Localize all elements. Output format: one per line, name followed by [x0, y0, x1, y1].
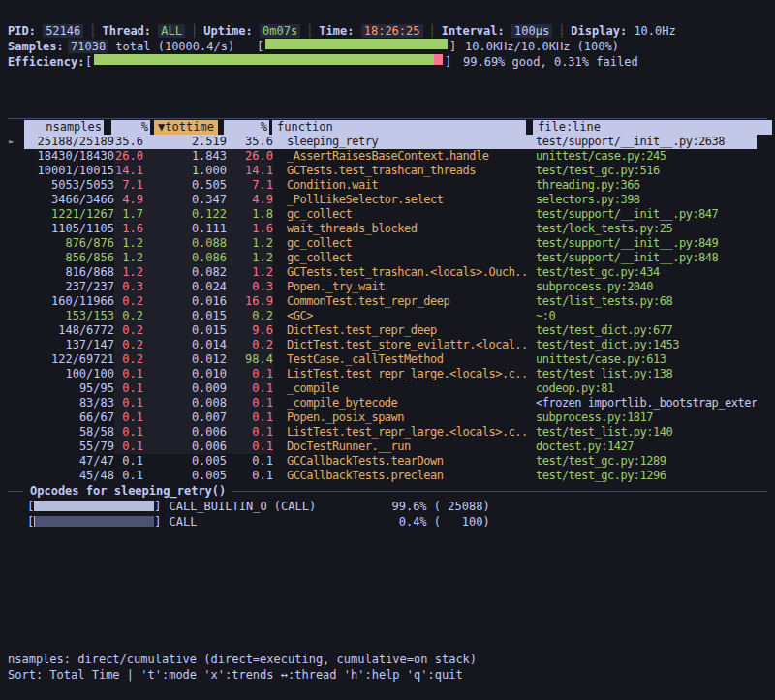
nsamples-cell: 95/95	[24, 381, 114, 396]
table-row[interactable]: 83/830.10.0080.1_compile_bytecode<frozen…	[24, 396, 757, 411]
table-row[interactable]: 148/67720.20.0159.6DictTest.test_repr_de…	[24, 323, 757, 338]
file-line-cell: test/test_gc.py:1296	[530, 469, 757, 483]
percent-cell: 7.1	[114, 178, 143, 193]
column-header-function[interactable]: function	[272, 120, 526, 135]
nsamples-cell: 45/48	[24, 469, 114, 483]
nsamples-cell: 856/856	[24, 251, 114, 265]
table-row[interactable]: 55/790.10.0060.1DocTestRunner.__rundocte…	[24, 440, 757, 454]
cumpercent-cell: 4.9	[229, 193, 273, 207]
nsamples-cell: 18430/18430	[24, 149, 114, 164]
nsamples-cell: 10001/10015	[24, 164, 114, 178]
table-row[interactable]: 58/580.10.0060.1ListTest.test_repr_large…	[24, 425, 757, 440]
table-row[interactable]: 1221/12671.70.1221.8gc_collecttest/suppo…	[24, 207, 757, 222]
table-row[interactable]: 856/8561.20.0861.2gc_collecttest/support…	[24, 251, 757, 265]
threads-line: Threads:36.3% on gil│63.7% off gil│0.0% …	[8, 70, 767, 85]
function-cell: _compile	[273, 381, 530, 396]
nsamples-cell: 5053/5053	[24, 178, 114, 193]
table-row[interactable]: 816/8681.20.0821.2GCTests.test_trashcan.…	[24, 265, 757, 280]
file-line-cell: test/test_gc.py:434	[530, 265, 757, 280]
nsamples-cell: 160/11966	[24, 294, 114, 309]
efficiency-bar-close: ]	[445, 54, 451, 70]
tottime-cell: 0.347	[143, 193, 229, 207]
table-row[interactable]: 160/119660.20.01616.9CommonTest.test_rep…	[24, 294, 757, 309]
function-cell: DictTest.test_store_evilattr.<local...	[273, 338, 530, 352]
opcode-bar-close: ]	[154, 500, 161, 513]
opcode-pct: 99.6% ( 25088)	[391, 500, 489, 513]
file-line-cell: test/test_gc.py:516	[530, 164, 757, 178]
table-row[interactable]: 66/670.10.0070.1Popen._posix_spawnsubpro…	[24, 411, 757, 425]
percent-cell: 0.1	[114, 381, 143, 396]
tottime-cell: 0.005	[143, 469, 229, 483]
function-cell: _AssertRaisesBaseContext.handle	[273, 149, 530, 164]
percent-cell: 1.2	[114, 236, 143, 251]
nsamples-cell: 100/100	[24, 367, 114, 381]
cumpercent-cell: 1.2	[229, 251, 273, 265]
table-row[interactable]: 10001/1001514.11.00014.1GCTests.test_tra…	[24, 164, 757, 178]
tottime-cell: 0.015	[143, 323, 229, 338]
percent-cell: 1.2	[114, 251, 143, 265]
cumpercent-cell: 0.2	[229, 338, 273, 352]
efficiency-line: Efficiency: [ ] 99.69% good, 0.31% faile…	[8, 54, 767, 70]
opcode-bar-open: [	[27, 500, 34, 513]
nsamples-cell: 3466/3466	[24, 193, 114, 207]
column-header-fileline[interactable]: file:line	[533, 120, 772, 135]
nsamples-cell: 55/79	[24, 440, 114, 454]
function-cell: Popen._try_wait	[273, 280, 530, 294]
tottime-cell: 0.008	[143, 396, 229, 411]
column-header-tottime[interactable]: ▼tottime	[154, 120, 218, 135]
column-header-[interactable]: %	[224, 120, 269, 135]
table-row[interactable]: 153/1530.20.0150.2<GC>~:0	[24, 309, 757, 323]
opcodes-rule-left	[8, 491, 23, 492]
selected-row-pointer-icon: ►	[9, 135, 14, 149]
table-row[interactable]: 25188/2518935.62.51935.6sleeping_retryte…	[24, 135, 757, 149]
table-row[interactable]: 122/697210.20.01298.4TestCase._callTestM…	[24, 352, 757, 367]
table-row[interactable]: 45/480.10.0050.1GCCallbackTests.preclean…	[24, 469, 757, 483]
table-row[interactable]: 1105/11051.60.1111.6wait_threads_blocked…	[24, 222, 757, 236]
percent-cell: 0.1	[114, 411, 143, 425]
function-cell: GCTests.test_trashcan.<locals>.Ouch...	[273, 265, 530, 280]
file-line-cell: test/lock_tests.py:25	[530, 222, 757, 236]
table-row[interactable]: 18430/1843026.01.84326.0_AssertRaisesBas…	[24, 149, 757, 164]
percent-cell: 0.1	[114, 367, 143, 381]
table-row[interactable]: 5053/50537.10.5057.1Condition.waitthread…	[24, 178, 757, 193]
cumpercent-cell: 0.1	[229, 454, 273, 469]
status-value: 100µs	[512, 24, 552, 38]
table-row[interactable]: 876/8761.20.0881.2gc_collecttest/support…	[24, 236, 757, 251]
footer-keybinds: Sort: Total Time | 't':mode 'x':trends ↔…	[8, 667, 767, 683]
opcodes-title: Opcodes for sleeping_retry()	[23, 484, 232, 499]
table-row[interactable]: 137/1470.20.0140.2DictTest.test_store_ev…	[24, 338, 757, 352]
nsamples-cell: 237/237	[24, 280, 114, 294]
efficiency-bar	[94, 54, 443, 65]
cumpercent-cell: 9.6	[229, 323, 273, 338]
tottime-cell: 0.014	[143, 338, 229, 352]
column-header-[interactable]: %	[111, 120, 150, 135]
tottime-cell: 0.505	[143, 178, 229, 193]
percent-cell: 0.2	[114, 338, 143, 352]
table-row[interactable]: 237/2370.30.0240.3Popen._try_waitsubproc…	[24, 280, 757, 294]
nsamples-cell: 25188/25189	[24, 135, 114, 149]
status-label: Uptime:	[203, 24, 260, 38]
file-line-cell: test/test_list.py:140	[530, 425, 757, 440]
percent-cell: 0.2	[114, 352, 143, 367]
table-row[interactable]: 95/950.10.0090.1_compilecodeop.py:81	[24, 381, 757, 396]
percent-cell: 1.2	[114, 265, 143, 280]
nsamples-cell: 1221/1267	[24, 207, 114, 222]
samples-value: 71038 total (10000.4/s)	[68, 39, 234, 54]
table-row[interactable]: 47/470.10.0050.1GCCallbackTests.tearDown…	[24, 454, 757, 469]
footer-legend: nsamples: direct/cumulative (direct=exec…	[8, 652, 767, 667]
function-cell: DocTestRunner.__run	[273, 440, 530, 454]
opcodes-rule-right	[232, 491, 767, 492]
function-cell: DictTest.test_repr_deep	[273, 323, 530, 338]
file-line-cell: ~:0	[530, 309, 757, 323]
column-header-nsamples[interactable]: nsamples	[24, 120, 104, 135]
file-line-cell: subprocess.py:1817	[530, 411, 757, 425]
table-row[interactable]: 3466/34664.90.3474.9_PollLikeSelector.se…	[24, 193, 757, 207]
file-line-cell: doctest.py:1427	[530, 440, 757, 454]
percent-cell: 1.7	[114, 207, 143, 222]
function-cell: TestCase._callTestMethod	[273, 352, 530, 367]
table-row[interactable]: 100/1000.10.0100.1ListTest.test_repr_lar…	[24, 367, 757, 381]
footer-panel: nsamples: direct/cumulative (direct=exec…	[8, 652, 767, 683]
function-cell: <GC>	[273, 309, 530, 323]
tottime-cell: 0.024	[143, 280, 229, 294]
header-table-divider	[8, 118, 767, 119]
